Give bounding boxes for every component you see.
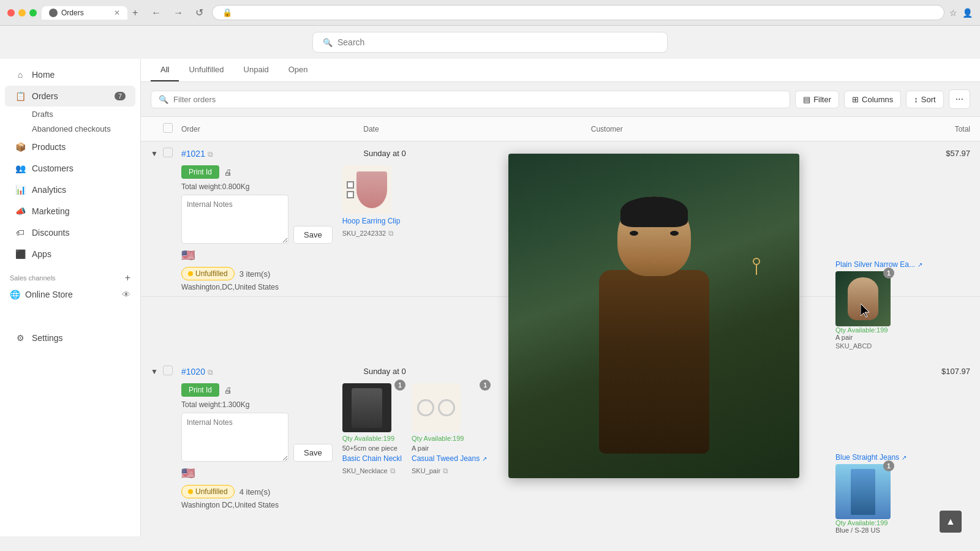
scroll-to-top-button[interactable]: ▲ — [940, 511, 962, 533]
sidebar-item-discounts[interactable]: 🏷 Discounts — [5, 222, 135, 243]
address-bar[interactable]: 🔒 — [212, 5, 944, 20]
sidebar-item-analytics[interactable]: 📊 Analytics — [5, 179, 135, 200]
internal-notes-1020[interactable] — [181, 413, 288, 462]
right-product-wrap-1021: Plain Silver Narrow Ea... ↗ 1 Qty Availa… — [835, 260, 970, 350]
columns-button[interactable]: ⊞ Columns — [844, 91, 901, 108]
weight-1021: Total weight:0.800Kg — [181, 182, 333, 191]
sidebar-item-settings[interactable]: ⚙ Settings — [5, 328, 135, 348]
minimize-dot[interactable] — [18, 9, 26, 17]
select-all-checkbox[interactable] — [163, 123, 173, 133]
sidebar-item-products[interactable]: 📦 Products — [5, 137, 135, 157]
product-link-earring-1021[interactable]: Hoop Earring Clip — [342, 217, 401, 225]
sidebar-item-abandoned[interactable]: Abandoned checkouts — [5, 122, 135, 136]
refresh-button[interactable]: ↺ — [192, 6, 207, 20]
copy-order-id-1021[interactable]: ⧉ — [208, 150, 213, 159]
close-dot[interactable] — [7, 9, 15, 17]
forward-button[interactable]: → — [170, 6, 187, 20]
expand-1020[interactable]: ▼ — [151, 367, 163, 376]
check-col-header — [163, 123, 181, 135]
order-total-1021: $57.97 — [818, 149, 970, 158]
external-link-icon-1020: ↗ — [902, 454, 907, 461]
total-col-header: Total — [818, 125, 970, 133]
check-1021[interactable] — [163, 148, 181, 159]
status-row-1020: Unfulfilled 4 item(s) — [181, 485, 333, 498]
orders-icon: 📋 — [15, 91, 26, 102]
external-link-icon-hoops-1020: ↗ — [482, 455, 487, 462]
right-img-wrap-1021: 1 — [835, 271, 891, 326]
more-options-button[interactable]: ··· — [949, 89, 970, 109]
search-input[interactable] — [337, 37, 657, 47]
tab-unfulfilled[interactable]: Unfulfilled — [179, 59, 233, 81]
sidebar-item-apps[interactable]: ⬛ Apps — [5, 244, 135, 264]
expand-1021[interactable]: ▼ — [151, 149, 163, 158]
maximize-dot[interactable] — [29, 9, 37, 17]
browser-nav: ← → ↺ — [148, 6, 207, 20]
product-link-hoops-1020[interactable]: Casual Tweed Jeans ↗ — [412, 454, 487, 463]
right-product-link-1021[interactable]: Plain Silver Narrow Ea... ↗ — [835, 260, 970, 269]
sidebar-discounts-label: Discounts — [32, 228, 69, 238]
tabs-bar: All Unfulfilled Unpaid Open — [141, 59, 980, 82]
back-button[interactable]: ← — [148, 6, 165, 20]
sidebar-item-orders[interactable]: 📋 Orders 7 — [5, 86, 135, 107]
qty-available-hoops-1020: Qty Available:199 — [412, 435, 487, 442]
sidebar-item-home[interactable]: ⌂ Home — [5, 64, 135, 85]
print-id-btn-1021[interactable]: Print Id — [181, 165, 219, 179]
sidebar-item-drafts[interactable]: Drafts — [5, 107, 135, 121]
copy-sku-earring-1021[interactable]: ⧉ — [388, 229, 394, 238]
check-1020[interactable] — [163, 365, 181, 377]
tab-open[interactable]: Open — [279, 59, 318, 81]
star-icon[interactable]: ☆ — [949, 8, 957, 18]
browser-icons: ☆ 👤 — [949, 8, 973, 18]
sort-icon: ↕ — [914, 95, 918, 104]
copy-sku-right-1020[interactable]: ⧉ — [869, 535, 875, 536]
sidebar-analytics-label: Analytics — [32, 185, 66, 195]
tab-close-btn[interactable]: ✕ — [114, 9, 120, 17]
sidebar-marketing-label: Marketing — [32, 206, 69, 216]
add-sales-channel-btn[interactable]: + — [125, 272, 130, 283]
order-link-1020[interactable]: #1020 — [181, 367, 205, 377]
qty-badge-right-1020: 1 — [883, 460, 894, 471]
order-col-header: Order — [181, 125, 363, 133]
filter-button[interactable]: ▤ Filter — [795, 91, 839, 108]
copy-sku-hoops-1020[interactable]: ⧉ — [443, 467, 448, 475]
sidebar-settings-label: Settings — [32, 333, 63, 343]
browser-tab[interactable]: Orders ✕ — [42, 6, 127, 20]
items-count-1020: 4 item(s) — [239, 487, 271, 497]
radio-1 — [347, 181, 354, 189]
portrait-background — [508, 154, 799, 478]
right-product-img-1020 — [835, 464, 891, 519]
location-1020: Washington DC,United States — [181, 501, 333, 509]
sidebar-item-marketing[interactable]: 📣 Marketing — [5, 201, 135, 222]
sidebar: ⌂ Home 📋 Orders 7 Drafts Abandoned check… — [0, 59, 141, 536]
sku-right-1021: SKU_ABCD — [835, 342, 970, 350]
copy-order-id-1020[interactable]: ⧉ — [208, 368, 213, 377]
tab-all-orders[interactable]: All — [151, 59, 179, 81]
product-item-hoops-1020: 1 Qty Available:199 A pair Casual Tweed … — [412, 383, 487, 475]
necklace-img-1020 — [342, 383, 391, 432]
print-id-btn-1020[interactable]: Print Id — [181, 383, 219, 397]
right-product-link-1020[interactable]: Blue Straight Jeans ↗ — [835, 453, 970, 462]
order-link-1021[interactable]: #1021 — [181, 149, 205, 159]
products-icon: 📦 — [15, 141, 26, 152]
order-checkbox-1021[interactable] — [163, 148, 173, 157]
sidebar-item-customers[interactable]: 👥 Customers — [5, 158, 135, 179]
person-head — [617, 197, 691, 276]
internal-notes-1021[interactable] — [181, 195, 288, 244]
apps-icon: ⬛ — [15, 249, 26, 260]
filter-orders-input[interactable] — [173, 95, 782, 104]
new-tab-button[interactable]: + — [132, 7, 138, 18]
products-1021: Hoop Earring Clip SKU_2242332 ⧉ — [342, 165, 401, 238]
order-checkbox-1020[interactable] — [163, 365, 173, 375]
order-id-1021: #1021 ⧉ — [181, 149, 363, 159]
save-btn-1021[interactable]: Save — [293, 226, 333, 244]
tab-unpaid[interactable]: Unpaid — [234, 59, 279, 81]
orders-badge: 7 — [115, 92, 126, 100]
copy-sku-necklace-1020[interactable]: ⧉ — [390, 467, 396, 475]
sort-button[interactable]: ↕ Sort — [906, 91, 943, 108]
product-link-necklace-1020[interactable]: Basic Chain Neckl — [342, 454, 402, 463]
external-link-icon-1021: ↗ — [918, 261, 922, 268]
profile-icon[interactable]: 👤 — [962, 8, 973, 18]
save-btn-1020[interactable]: Save — [293, 444, 333, 462]
flag-row-1020: 🇺🇸 — [181, 467, 333, 480]
sidebar-item-online-store[interactable]: 🌐 Online Store 👁 — [0, 286, 140, 303]
